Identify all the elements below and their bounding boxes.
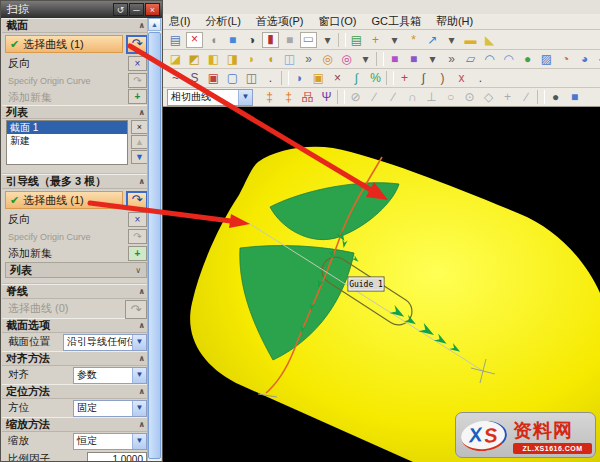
collapse-icon[interactable]: ∧ <box>139 21 147 30</box>
text-stamp-icon[interactable]: ▣ <box>205 70 222 86</box>
swept-surface-icon[interactable]: ◠ <box>481 51 498 67</box>
scale-combo[interactable]: 恒定 ▼ <box>73 433 147 450</box>
reverse-direction-button[interactable]: × <box>128 56 147 71</box>
box-arrows-icon[interactable]: ▣ <box>310 70 327 86</box>
chevron-down-icon[interactable]: ▼ <box>132 335 146 350</box>
list-item-new[interactable]: 新建 <box>7 134 127 147</box>
render-style-icon[interactable]: ◑ <box>243 32 260 48</box>
expand-icon[interactable]: ∨ <box>135 266 142 275</box>
reverse-direction-button[interactable]: × <box>128 212 147 227</box>
surface-icon[interactable]: ◪ <box>167 51 184 67</box>
menu-item[interactable]: 首选项(P) <box>256 14 304 29</box>
snap-circle-icon[interactable]: ○ <box>442 89 459 105</box>
dropdown-caret-icon[interactable]: ▾ <box>386 32 403 48</box>
surface-icon[interactable]: ◧ <box>205 51 222 67</box>
collapse-icon[interactable]: ∧ <box>139 177 147 186</box>
magenta-cube-icon[interactable]: ■ <box>405 51 422 67</box>
origin-curve-button[interactable]: ↷ <box>128 73 147 88</box>
snap-off-icon[interactable]: ⊘ <box>347 89 364 105</box>
layer-book-icon[interactable]: ▤ <box>348 32 365 48</box>
gray-cube-icon[interactable]: ■ <box>281 32 298 48</box>
percent-icon[interactable]: % <box>367 70 384 86</box>
list-item-section-1[interactable]: 截面 1 <box>7 121 127 134</box>
plus-curve-icon[interactable]: + <box>396 70 413 86</box>
scale-factor-input[interactable]: 1.0000 <box>87 452 147 461</box>
surface-icon[interactable]: ◗ <box>243 51 260 67</box>
selection-filter-combo[interactable]: 相切曲线 ▼ <box>167 89 253 106</box>
collapse-icon[interactable]: ∧ <box>139 321 147 330</box>
csys-icon[interactable]: + <box>367 32 384 48</box>
bridge-curve-icon[interactable]: ∫ <box>415 70 432 86</box>
shaded-view-icon[interactable]: ■ <box>224 32 241 48</box>
cube-blue-icon[interactable]: ■ <box>566 89 583 105</box>
revolve-icon[interactable]: ◔ <box>557 51 574 67</box>
more-dot-icon[interactable]: . <box>472 70 489 86</box>
group-header-section-options[interactable]: 截面选项 ∧ <box>2 318 150 333</box>
add-new-set-button[interactable]: + <box>128 89 147 104</box>
section-position-combo[interactable]: 沿引导线任何位置 ▼ <box>63 334 147 351</box>
group-header-align-method[interactable]: 对齐方法 ∧ <box>2 351 150 366</box>
delete-red-x-icon[interactable]: × <box>186 32 203 48</box>
group-header-scale-method[interactable]: 缩放方法 ∧ <box>2 417 150 432</box>
group-header-section[interactable]: 截面 ∧ <box>2 18 150 33</box>
collapse-icon[interactable]: ∧ <box>139 354 147 363</box>
close-icon[interactable]: × <box>145 3 160 16</box>
collapse-icon[interactable]: ∧ <box>139 387 147 396</box>
graphics-viewport[interactable]: Guide 1 <box>163 107 600 462</box>
swirl-surface-icon[interactable]: ◕ <box>576 51 593 67</box>
minimize-icon[interactable]: ─ <box>129 3 144 16</box>
dropdown-caret-icon[interactable]: ▾ <box>357 51 374 67</box>
snap-quadrant-icon[interactable]: ◇ <box>480 89 497 105</box>
studio-spline-icon[interactable]: ~ <box>167 70 184 86</box>
s-curve-icon[interactable]: ∫ <box>348 70 365 86</box>
overflow-chevron-icon[interactable]: » <box>300 51 317 67</box>
spline-points-icon[interactable]: S <box>186 70 203 86</box>
page-icon[interactable]: ▢ <box>224 70 241 86</box>
magenta-cube-icon[interactable]: ■ <box>386 51 403 67</box>
filter-dagger-icon[interactable]: ‡ <box>280 89 297 105</box>
menu-item[interactable]: 帮助(H) <box>436 14 473 29</box>
analysis-sphere-icon[interactable]: ● <box>519 51 536 67</box>
dialog-scrollbar[interactable]: ▲ <box>147 18 161 461</box>
scrollbar-thumb[interactable] <box>148 32 161 459</box>
list-header-guides[interactable]: 列表 ∨ <box>5 262 147 278</box>
swept-surface-icon[interactable]: ◠ <box>500 51 517 67</box>
snap-arc-icon[interactable]: ∩ <box>404 89 421 105</box>
vector-icon[interactable]: ↗ <box>424 32 441 48</box>
chevron-down-icon[interactable]: ▼ <box>132 368 146 383</box>
dropdown-caret-icon[interactable]: ▾ <box>424 51 441 67</box>
dialog-title-bar[interactable]: 扫掠 ↺ ─ × <box>1 1 162 18</box>
gear-icon[interactable]: ◎ <box>319 51 336 67</box>
menu-item[interactable]: 息(I) <box>169 14 190 29</box>
snap-slash-icon[interactable]: ∕ <box>518 89 535 105</box>
chevron-down-icon[interactable]: ▼ <box>132 401 146 416</box>
trim-x-icon[interactable]: × <box>329 70 346 86</box>
gear-icon[interactable]: ◎ <box>338 51 355 67</box>
menu-item[interactable]: 窗口(O) <box>319 14 357 29</box>
hand-surface-icon[interactable]: ◗ <box>291 70 308 86</box>
bounded-plane-icon[interactable]: ▱ <box>462 51 479 67</box>
spine-curve-button[interactable]: ↷ <box>125 300 147 319</box>
curve-select-button[interactable]: ↷ <box>126 35 148 54</box>
remove-item-button[interactable]: × <box>131 120 148 134</box>
group-header-guides[interactable]: 引导线（最多 3 根） ∧ <box>2 174 150 189</box>
filter-figure-icon[interactable]: Ψ <box>318 89 335 105</box>
menu-item[interactable]: GC工具箱 <box>371 14 421 29</box>
align-combo[interactable]: 参数 ▼ <box>73 367 147 384</box>
dropdown-caret-icon[interactable]: ▾ <box>443 32 460 48</box>
filter-dagger-icon[interactable]: ‡ <box>261 89 278 105</box>
dropdown-caret-icon[interactable]: ▾ <box>319 32 336 48</box>
snap-point-icon[interactable]: + <box>499 89 516 105</box>
snap-endpoint-icon[interactable]: ∕ <box>366 89 383 105</box>
ruler-icon[interactable]: ▬ <box>462 32 479 48</box>
surface-icon[interactable]: ◖ <box>262 51 279 67</box>
key-gear-icon[interactable]: * <box>405 32 422 48</box>
mesh-surface-icon[interactable]: ▨ <box>538 51 555 67</box>
chevron-down-icon[interactable]: ▼ <box>238 90 252 105</box>
group-header-orient-method[interactable]: 定位方法 ∧ <box>2 384 150 399</box>
origin-curve-button[interactable]: ↷ <box>128 229 147 244</box>
arc-curve-icon[interactable]: ) <box>434 70 451 86</box>
sphere-dark-icon[interactable]: ● <box>547 89 564 105</box>
empty-box-icon[interactable]: ▭ <box>300 32 317 48</box>
move-up-button[interactable]: ▲ <box>131 135 148 149</box>
